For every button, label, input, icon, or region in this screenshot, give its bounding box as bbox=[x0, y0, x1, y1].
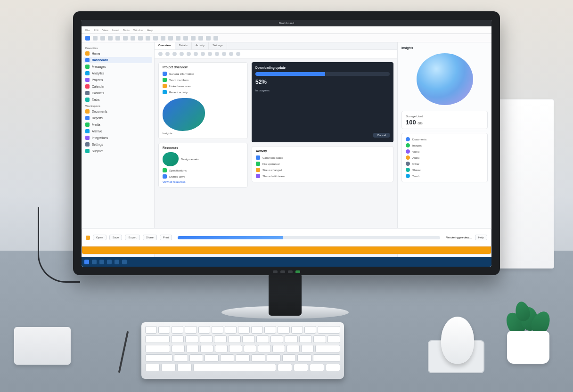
menu-item[interactable]: Window bbox=[133, 29, 143, 32]
tab-settings[interactable]: Settings bbox=[209, 42, 227, 49]
toolbar-button[interactable] bbox=[131, 36, 135, 41]
toolbar-button[interactable] bbox=[191, 36, 196, 41]
save-button[interactable]: Save bbox=[109, 235, 123, 240]
sidebar-item-documents[interactable]: Documents bbox=[83, 108, 152, 114]
help-button[interactable]: Help bbox=[475, 235, 487, 240]
render-progress-fill bbox=[178, 236, 283, 239]
taskbar-app[interactable] bbox=[99, 260, 104, 264]
toolbar-button[interactable] bbox=[176, 36, 180, 41]
toolbar-button[interactable] bbox=[85, 36, 90, 41]
view-all-link[interactable]: View all resources bbox=[163, 180, 244, 184]
toolbar-button[interactable] bbox=[146, 36, 150, 41]
toolbar-button[interactable] bbox=[123, 36, 128, 41]
monitor-button[interactable] bbox=[280, 270, 285, 273]
list-item[interactable]: Specifications bbox=[163, 167, 244, 173]
sidebar-item-tasks[interactable]: Tasks bbox=[83, 97, 152, 103]
menu-item[interactable]: Tools bbox=[123, 29, 130, 32]
ribbon-button[interactable] bbox=[229, 52, 233, 56]
sidebar-item-home[interactable]: Home bbox=[83, 50, 152, 57]
export-button[interactable]: Export bbox=[125, 235, 139, 240]
tab-activity[interactable]: Activity bbox=[192, 42, 209, 49]
insight-graphic bbox=[417, 53, 473, 105]
taskbar-app[interactable] bbox=[107, 260, 112, 264]
menu-item[interactable]: View bbox=[102, 29, 108, 32]
list-item-label: Video bbox=[412, 150, 419, 153]
sidebar-item-media[interactable]: Media bbox=[83, 122, 152, 128]
ribbon-button[interactable] bbox=[236, 52, 240, 56]
toolbar-button[interactable] bbox=[213, 36, 218, 41]
tab-overview[interactable]: Overview bbox=[155, 42, 175, 49]
sidebar-item-projects[interactable]: Projects bbox=[83, 77, 152, 83]
menu-item[interactable]: Insert bbox=[112, 29, 119, 32]
menu-item[interactable]: File bbox=[85, 29, 90, 32]
list-item[interactable]: File uploaded bbox=[256, 161, 389, 167]
taskbar-app[interactable] bbox=[92, 260, 97, 264]
monitor-button[interactable] bbox=[273, 270, 278, 273]
ribbon-button[interactable] bbox=[208, 52, 212, 56]
menu-item[interactable]: Edit bbox=[94, 29, 98, 32]
sidebar-item-integrations[interactable]: Integrations bbox=[83, 135, 152, 141]
sidebar-item-messages[interactable]: Messages bbox=[83, 64, 152, 70]
ribbon-button[interactable] bbox=[187, 52, 191, 56]
list-item[interactable]: Team members bbox=[163, 77, 244, 83]
ribbon-button[interactable] bbox=[180, 52, 184, 56]
sidebar-item-support[interactable]: Support bbox=[83, 148, 152, 154]
keyboard[interactable] bbox=[141, 322, 344, 379]
ribbon-button[interactable] bbox=[201, 52, 205, 56]
toolbar-button[interactable] bbox=[183, 36, 188, 41]
taskbar-app[interactable] bbox=[122, 260, 127, 264]
plant-pot bbox=[507, 331, 549, 364]
list-item-label: Shared with team bbox=[262, 175, 285, 178]
list-item[interactable]: Design assets bbox=[163, 151, 244, 167]
toolbar-button[interactable] bbox=[108, 36, 113, 41]
list-item[interactable]: Documents bbox=[406, 136, 483, 142]
toolbar-button[interactable] bbox=[138, 36, 143, 41]
list-item[interactable]: Trash bbox=[406, 173, 483, 179]
list-item[interactable]: Shared with team bbox=[256, 173, 389, 179]
monitor-button[interactable] bbox=[288, 270, 293, 273]
ribbon-button[interactable] bbox=[222, 52, 226, 56]
list-item[interactable]: Comment added bbox=[256, 155, 389, 161]
list-item[interactable]: Video bbox=[406, 148, 483, 155]
list-item[interactable]: Recent activity bbox=[163, 89, 244, 95]
ribbon-button[interactable] bbox=[165, 52, 170, 56]
taskbar-app[interactable] bbox=[115, 260, 119, 264]
list-item[interactable]: Linked resources bbox=[163, 83, 244, 89]
list-item[interactable]: Images bbox=[406, 142, 483, 148]
list-item[interactable]: Audio bbox=[406, 155, 483, 161]
start-button[interactable] bbox=[84, 260, 89, 264]
toolbar-button[interactable] bbox=[198, 36, 203, 41]
toolbar-button[interactable] bbox=[93, 36, 98, 41]
projects-icon bbox=[85, 78, 90, 82]
ribbon-button[interactable] bbox=[172, 52, 177, 56]
ribbon-button[interactable] bbox=[194, 52, 198, 56]
ribbon-button[interactable] bbox=[215, 52, 219, 56]
toolbar-button[interactable] bbox=[100, 36, 105, 41]
toolbar-button[interactable] bbox=[161, 36, 165, 41]
list-item[interactable]: Status changed bbox=[256, 167, 389, 173]
list-item[interactable]: Shared bbox=[406, 167, 483, 173]
cancel-button[interactable]: Cancel bbox=[373, 133, 390, 138]
ribbon-button[interactable] bbox=[158, 52, 163, 56]
tab-details[interactable]: Details bbox=[175, 42, 192, 49]
list-item[interactable]: General information bbox=[163, 71, 244, 77]
print-button[interactable]: Print bbox=[160, 235, 172, 240]
mouse[interactable] bbox=[441, 317, 474, 364]
sidebar-item-archive[interactable]: Archive bbox=[83, 128, 152, 134]
sidebar-item-dashboard[interactable]: Dashboard bbox=[83, 57, 152, 63]
sidebar-item-calendar[interactable]: Calendar bbox=[83, 83, 152, 90]
list-item[interactable]: Other bbox=[406, 161, 483, 167]
share-button[interactable]: Share bbox=[143, 235, 157, 240]
list-item[interactable]: Shared drive bbox=[163, 173, 244, 180]
menu-item[interactable]: Help bbox=[147, 29, 153, 32]
toolbar-button[interactable] bbox=[153, 36, 158, 41]
sidebar-item-contacts[interactable]: Contacts bbox=[83, 90, 152, 96]
toolbar-button[interactable] bbox=[206, 36, 211, 41]
sidebar-item-reports[interactable]: Reports bbox=[83, 115, 152, 121]
sidebar-item-settings[interactable]: Settings bbox=[83, 141, 152, 147]
monitor-power-button[interactable] bbox=[295, 270, 300, 273]
sidebar-item-analytics[interactable]: Analytics bbox=[83, 70, 152, 76]
open-button[interactable]: Open bbox=[93, 235, 106, 240]
toolbar-button[interactable] bbox=[115, 36, 120, 41]
toolbar-button[interactable] bbox=[168, 36, 173, 41]
